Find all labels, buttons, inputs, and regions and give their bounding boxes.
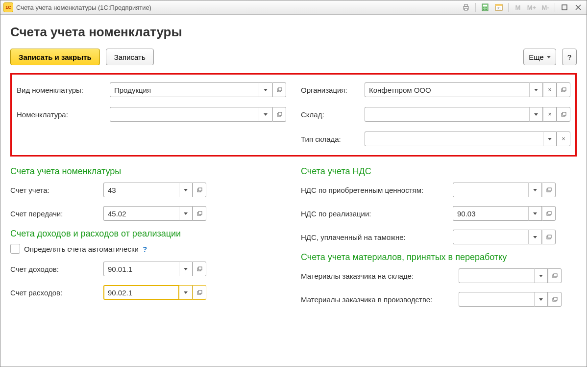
open-icon [546,234,552,240]
svg-rect-14 [562,5,567,10]
vat-sales-label: НДС по реализации: [301,210,448,218]
auto-detect-hint-icon[interactable]: ? [143,245,147,253]
nomen-input[interactable] [110,107,259,122]
help-label: ? [567,53,571,61]
vat-purchase-input[interactable] [453,183,528,197]
org-clear-button[interactable]: × [543,82,557,97]
auto-detect-checkbox[interactable] [10,244,20,254]
warehouse-open-button[interactable] [557,107,570,122]
chevron-down-icon [184,212,188,215]
calendar-icon[interactable]: 31 [493,2,504,12]
open-icon [196,289,202,295]
mat-prod-open-button[interactable] [548,292,562,307]
income-dropdown-button[interactable] [179,262,193,276]
help-button[interactable]: ? [562,49,577,65]
svg-rect-18 [278,88,282,91]
auto-detect-label: Определять счета автоматически [24,245,139,253]
expense-input[interactable]: 90.02.1 [103,285,179,300]
income-combo: 90.01.1 [103,262,206,276]
memory-m-icon[interactable]: M [513,2,523,12]
chevron-down-icon [533,236,537,238]
print-icon[interactable] [461,2,471,12]
close-icon[interactable] [573,2,584,12]
wtype-dropdown-button[interactable] [543,131,557,146]
vat-customs-dropdown-button[interactable] [528,230,542,244]
expense-open-button[interactable] [193,285,206,300]
wtype-label: Тип склада: [301,135,360,143]
svg-rect-40 [554,274,557,277]
kind-input[interactable]: Продукция [110,82,259,97]
vat-sales-open-button[interactable] [542,206,556,221]
warehouse-clear-button[interactable]: × [543,107,557,122]
titlebar: 1C Счета учета номенклатуры (1С:Предприя… [0,0,587,15]
more-label: Еще [529,53,544,61]
warehouse-input[interactable] [365,107,529,122]
income-section-title: Счета доходов и расходов от реализации [10,229,286,239]
svg-rect-36 [548,211,551,214]
transfer-dropdown-button[interactable] [179,206,193,221]
mat-stock-dropdown-button[interactable] [534,268,548,283]
mat-stock-input[interactable] [459,268,534,283]
accounts-section-title: Счета учета номенклатуры [10,166,286,177]
org-label: Организация: [301,86,360,94]
content: Счета учета номенклатуры Записать и закр… [0,15,587,367]
kind-label: Вид номенклатуры: [17,86,105,94]
page-title: Счета учета номенклатуры [10,25,577,40]
svg-point-9 [485,9,486,10]
memory-mplus-icon[interactable]: M+ [526,2,537,12]
mat-prod-dropdown-button[interactable] [534,292,548,307]
transfer-input[interactable]: 45.02 [103,206,179,221]
income-open-button[interactable] [193,262,206,276]
open-icon [552,296,558,302]
save-button[interactable]: Записать [106,49,154,65]
wtype-combo: × [365,131,570,146]
maximize-icon[interactable] [559,2,570,12]
vat-sales-input[interactable]: 90.03 [453,206,528,221]
kind-combo: Продукция [110,82,286,97]
vat-sales-dropdown-button[interactable] [528,206,542,221]
vat-purchase-open-button[interactable] [542,183,556,197]
transfer-open-button[interactable] [193,206,206,221]
org-dropdown-button[interactable] [529,82,543,97]
kind-dropdown-button[interactable] [259,82,272,97]
org-open-button[interactable] [557,82,570,97]
account-dropdown-button[interactable] [179,183,193,197]
vat-customs-open-button[interactable] [542,230,556,244]
vat-customs-input[interactable] [453,230,528,244]
wtype-input[interactable] [365,131,543,146]
vat-sales-combo: 90.03 [453,206,556,221]
kind-open-button[interactable] [272,82,286,97]
mat-stock-open-button[interactable] [548,268,562,283]
chevron-down-icon [264,113,268,116]
more-button[interactable]: Еще [523,49,556,65]
chevron-down-icon [184,189,188,191]
svg-rect-20 [278,112,282,115]
vat-purchase-dropdown-button[interactable] [528,183,542,197]
open-icon [196,266,202,272]
org-combo: Конфетпром ООО × [365,82,570,97]
vat-customs-label: НДС, уплаченный на таможне: [301,233,448,241]
account-open-button[interactable] [193,183,206,197]
svg-rect-24 [563,112,566,115]
income-input[interactable]: 90.01.1 [103,262,179,276]
chevron-down-icon [534,89,538,91]
expense-label: Счет расходов: [10,289,98,297]
nomen-dropdown-button[interactable] [259,107,272,122]
org-input[interactable]: Конфетпром ООО [365,82,529,97]
save-and-close-button[interactable]: Записать и закрыть [10,49,100,65]
svg-text:31: 31 [497,6,501,10]
calculator-icon[interactable] [480,2,490,12]
warehouse-dropdown-button[interactable] [529,107,543,122]
chevron-down-icon [184,291,188,294]
memory-mminus-icon[interactable]: M- [540,2,551,12]
svg-rect-30 [198,267,202,270]
open-icon [276,111,282,117]
expense-dropdown-button[interactable] [179,285,193,300]
save-and-close-label: Записать и закрыть [19,53,92,61]
account-input[interactable]: 43 [103,183,179,197]
nomen-open-button[interactable] [272,107,286,122]
transfer-combo: 45.02 [103,206,206,221]
mat-prod-input[interactable] [459,292,534,307]
vat-customs-combo [453,230,556,244]
wtype-clear-button[interactable]: × [557,131,570,146]
